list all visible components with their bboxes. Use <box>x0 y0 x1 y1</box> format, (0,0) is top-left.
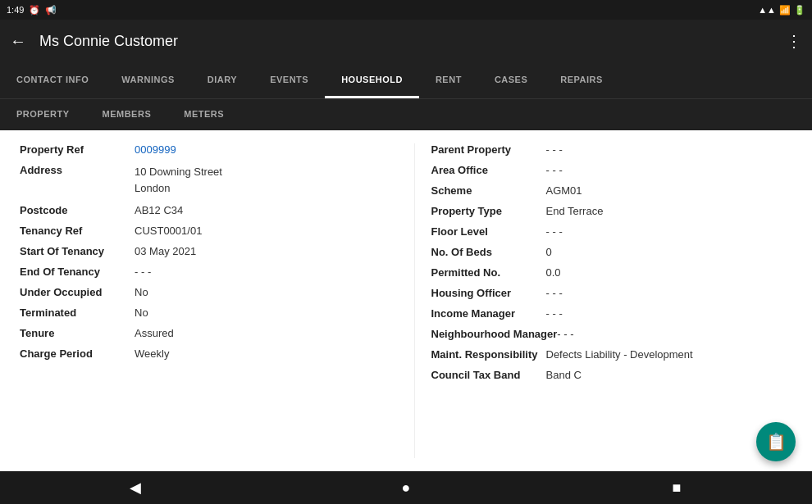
field-value: 10 Downing Street London <box>135 164 222 196</box>
right-column: Parent Property- - -Area Office- - -Sche… <box>414 143 793 458</box>
field-row: Tenancy RefCUST0001/01 <box>20 225 381 237</box>
field-value: - - - <box>546 225 563 238</box>
field-label: Terminated <box>20 306 135 319</box>
field-row: PostcodeAB12 C34 <box>20 204 381 216</box>
field-label: End Of Tenancy <box>20 266 135 278</box>
field-value: 0.0 <box>546 266 561 279</box>
field-label: Postcode <box>20 204 135 216</box>
main-content: Property Ref0009999Address10 Downing Str… <box>0 130 812 471</box>
field-label: Tenure <box>20 327 135 339</box>
field-label: Address <box>20 164 135 176</box>
field-row: Property TypeEnd Terrace <box>431 205 793 217</box>
field-row: SchemeAGM01 <box>431 184 793 197</box>
field-label: Council Tax Band <box>431 369 546 381</box>
field-value[interactable]: 0009999 <box>135 143 176 156</box>
field-value: - - - <box>546 307 563 320</box>
field-label: Floor Level <box>431 225 546 238</box>
wifi-icon: ▲▲ <box>758 5 776 15</box>
field-label: Permitted No. <box>431 266 546 279</box>
tab-members[interactable]: MEMBERS <box>86 99 168 130</box>
notification-icon: 📢 <box>45 5 57 16</box>
tab-cases[interactable]: CASES <box>478 62 544 98</box>
status-time: 1:49 <box>7 5 24 15</box>
tab-row-2: PROPERTYMEMBERSMETERS <box>0 99 812 130</box>
field-row: Council Tax BandBand C <box>431 369 793 381</box>
field-value: 03 May 2021 <box>135 245 196 257</box>
tab-warnings[interactable]: WARNINGS <box>105 62 191 98</box>
field-row: Area Office- - - <box>431 164 793 176</box>
field-row: Address10 Downing Street London <box>20 164 381 196</box>
field-label: Maint. Responsibility <box>431 348 546 361</box>
field-value: - - - <box>546 164 563 176</box>
field-value: 0 <box>546 246 552 258</box>
field-row: Housing Officer- - - <box>431 287 793 299</box>
field-row: TerminatedNo <box>20 306 381 319</box>
field-value: End Terrace <box>546 205 604 217</box>
field-value: - - - <box>546 287 563 299</box>
tab-meters[interactable]: METERS <box>167 99 240 130</box>
field-row: TenureAssured <box>20 327 381 339</box>
left-column: Property Ref0009999Address10 Downing Str… <box>20 143 414 458</box>
field-label: Start Of Tenancy <box>20 245 135 257</box>
fab-icon: 📋 <box>766 432 787 452</box>
field-label: Parent Property <box>431 143 546 156</box>
field-row: Permitted No.0.0 <box>431 266 793 279</box>
field-row: No. Of Beds0 <box>431 246 793 258</box>
tab-household[interactable]: HOUSEHOLD <box>325 62 419 98</box>
nav-recents-button[interactable]: ■ <box>652 471 701 504</box>
field-label: No. Of Beds <box>431 246 546 258</box>
battery-icon: 🔋 <box>794 5 805 16</box>
back-button[interactable]: ← <box>10 32 26 51</box>
field-row: Floor Level- - - <box>431 225 793 238</box>
field-label: Tenancy Ref <box>20 225 135 237</box>
tab-diary[interactable]: DIARY <box>191 62 253 98</box>
tab-property[interactable]: PROPERTY <box>0 99 86 130</box>
field-value: - - - <box>135 266 151 278</box>
field-row: Neighbourhood Manager- - - <box>431 328 793 340</box>
field-label: Area Office <box>431 164 546 176</box>
field-label: Housing Officer <box>431 287 546 299</box>
field-row: Under OccupiedNo <box>20 286 381 298</box>
field-label: Property Type <box>431 205 546 217</box>
field-label: Income Manager <box>431 307 546 320</box>
nav-home-button[interactable]: ● <box>381 471 431 504</box>
app-bar: ← Ms Connie Customer ⋮ <box>0 20 812 62</box>
tab-rent[interactable]: RENT <box>419 62 478 98</box>
field-value: AB12 C34 <box>135 204 183 216</box>
field-row: Maint. ResponsibilityDefects Liability -… <box>431 348 793 361</box>
field-label: Neighbourhood Manager <box>431 328 558 340</box>
fab-button[interactable]: 📋 <box>756 422 796 461</box>
field-value: Defects Liability - Development <box>546 348 693 361</box>
field-label: Scheme <box>431 184 546 197</box>
field-row: Property Ref0009999 <box>20 143 381 156</box>
field-row: Charge PeriodWeekly <box>20 347 381 360</box>
field-value: Assured <box>135 327 174 339</box>
field-value: AGM01 <box>546 184 582 197</box>
field-value: No <box>135 306 148 319</box>
field-label: Charge Period <box>20 347 135 360</box>
page-title: Ms Connie Customer <box>39 33 773 50</box>
field-value: CUST0001/01 <box>135 225 202 237</box>
bottom-nav: ◀ ● ■ <box>0 471 812 504</box>
nav-back-button[interactable]: ◀ <box>111 471 160 504</box>
signal-icon: 📶 <box>779 5 791 16</box>
alarm-icon: ⏰ <box>29 5 40 16</box>
more-menu-button[interactable]: ⋮ <box>786 31 802 51</box>
tab-repairs[interactable]: REPAIRS <box>544 62 619 98</box>
field-value: - - - <box>557 328 573 340</box>
field-value: Band C <box>546 369 582 381</box>
field-value: Weekly <box>135 347 169 360</box>
field-value: - - - <box>546 143 563 156</box>
field-row: Parent Property- - - <box>431 143 793 156</box>
field-value: No <box>135 286 148 298</box>
status-bar: 1:49 ⏰ 📢 ▲▲ 📶 🔋 <box>0 0 812 20</box>
tab-events[interactable]: EVENTS <box>253 62 325 98</box>
field-label: Under Occupied <box>20 286 135 298</box>
tab-row-1: CONTACT INFOWARNINGSDIARYEVENTSHOUSEHOLD… <box>0 62 812 99</box>
field-row: Income Manager- - - <box>431 307 793 320</box>
field-label: Property Ref <box>20 143 135 156</box>
tab-contact-info[interactable]: CONTACT INFO <box>0 62 105 98</box>
field-row: End Of Tenancy- - - <box>20 266 381 278</box>
field-row: Start Of Tenancy03 May 2021 <box>20 245 381 257</box>
